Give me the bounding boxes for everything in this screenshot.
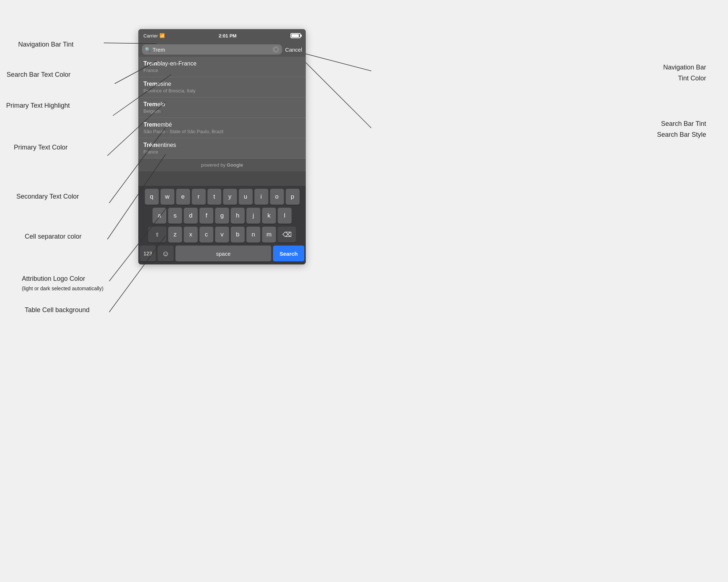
key-v[interactable]: v xyxy=(215,227,229,243)
key-j[interactable]: j xyxy=(246,208,260,224)
result-secondary-5: France xyxy=(143,149,301,155)
attribution-text: powered by xyxy=(201,162,227,168)
results-list: Tremblay-en-France France Tremosine Prov… xyxy=(138,57,306,158)
status-time: 2:01 PM xyxy=(219,33,237,39)
label-nav-bar-tint-color2: Tint Color xyxy=(678,75,706,82)
result-highlight-4: Trem xyxy=(143,121,157,128)
key-w[interactable]: w xyxy=(161,189,174,205)
label-search-bar-tint: Search Bar Tint xyxy=(661,120,706,128)
result-highlight-2: Trem xyxy=(143,81,157,87)
result-item-3[interactable]: Tremelo Belgium xyxy=(138,97,306,118)
keyboard-row-1: q w e r t y u i o p xyxy=(140,189,304,205)
result-secondary-1: France xyxy=(143,68,301,73)
label-table-cell-background: Table Cell background xyxy=(25,306,90,314)
key-e[interactable]: e xyxy=(176,189,190,205)
key-d[interactable]: d xyxy=(184,208,198,224)
result-item-1[interactable]: Tremblay-en-France France xyxy=(138,57,306,77)
result-primary-1: Tremblay-en-France xyxy=(143,60,301,67)
key-b[interactable]: b xyxy=(231,227,245,243)
search-bar: 🔍 Trem ✕ Cancel xyxy=(138,42,306,57)
key-g[interactable]: g xyxy=(215,208,229,224)
table-bg-area xyxy=(138,171,306,186)
label-nav-bar-tint-color: Navigation Bar xyxy=(663,64,706,71)
svg-line-8 xyxy=(306,54,371,71)
key-shift[interactable]: ⇧ xyxy=(148,227,166,243)
result-primary-3: Tremelo xyxy=(143,101,301,108)
label-primary-text-highlight: Primary Text Highlight xyxy=(6,102,70,109)
key-i[interactable]: i xyxy=(254,189,268,205)
cancel-button[interactable]: Cancel xyxy=(285,47,302,53)
result-item-5[interactable]: Trémentines France xyxy=(138,138,306,158)
attribution-bar: powered by Google xyxy=(138,158,306,171)
phone-screen: Carrier 📶 2:01 PM 🔍 Trem ✕ Cancel Trembl… xyxy=(138,29,306,264)
battery-indicator xyxy=(290,33,301,38)
key-c[interactable]: c xyxy=(199,227,213,243)
keyboard: q w e r t y u i o p a s d f g h j k l xyxy=(138,186,306,264)
search-clear-button[interactable]: ✕ xyxy=(273,46,279,53)
label-primary-text-color: Primary Text Color xyxy=(14,144,68,151)
result-highlight-5: Trém xyxy=(143,142,157,148)
key-h[interactable]: h xyxy=(231,208,245,224)
label-cell-separator-color: Cell separator color xyxy=(25,233,82,240)
key-l[interactable]: l xyxy=(278,208,292,224)
key-r[interactable]: r xyxy=(192,189,206,205)
label-nav-bar-tint: Navigation Bar Tint xyxy=(18,41,74,48)
key-space[interactable]: space xyxy=(175,246,271,262)
result-primary-5: Trémentines xyxy=(143,142,301,148)
label-search-bar-style: Search Bar Style xyxy=(657,131,706,139)
keyboard-row-3: ⇧ z x c v b n m ⌫ xyxy=(140,227,304,243)
key-emoji[interactable]: ☺ xyxy=(158,246,174,262)
key-x[interactable]: x xyxy=(184,227,198,243)
phone-wrapper: Carrier 📶 2:01 PM 🔍 Trem ✕ Cancel Trembl… xyxy=(138,29,306,264)
key-o[interactable]: o xyxy=(270,189,284,205)
label-attribution-logo-color: Attribution Logo Color xyxy=(22,275,85,283)
search-input-text[interactable]: Trem xyxy=(153,47,271,53)
key-y[interactable]: y xyxy=(223,189,237,205)
search-input-wrapper[interactable]: 🔍 Trem ✕ xyxy=(142,44,282,55)
result-suffix-4: embé xyxy=(157,121,172,128)
carrier-label: Carrier 📶 xyxy=(143,33,165,39)
result-secondary-2: Province of Brescia, Italy xyxy=(143,88,301,93)
key-u[interactable]: u xyxy=(239,189,253,205)
keyboard-row-2: a s d f g h j k l xyxy=(140,208,304,224)
key-k[interactable]: k xyxy=(262,208,276,224)
annotation-overlay xyxy=(0,0,728,582)
key-m[interactable]: m xyxy=(262,227,276,243)
key-t[interactable]: t xyxy=(207,189,221,205)
result-primary-2: Tremosine xyxy=(143,81,301,87)
svg-line-9 xyxy=(306,63,371,128)
key-n[interactable]: n xyxy=(246,227,260,243)
status-bar: Carrier 📶 2:01 PM xyxy=(138,29,306,42)
label-search-bar-text-color: Search Bar Text Color xyxy=(7,71,71,79)
search-icon: 🔍 xyxy=(145,47,151,52)
key-s[interactable]: s xyxy=(168,208,182,224)
keyboard-row-4: 123 ☺ space Search xyxy=(140,246,304,262)
result-suffix-1: blay-en-France xyxy=(157,60,197,67)
result-suffix-3: elo xyxy=(157,101,165,107)
key-a[interactable]: a xyxy=(153,208,166,224)
attribution-brand: Google xyxy=(227,162,243,168)
key-p[interactable]: p xyxy=(286,189,300,205)
key-z[interactable]: z xyxy=(168,227,182,243)
key-search[interactable]: Search xyxy=(273,246,304,262)
result-item-2[interactable]: Tremosine Province of Brescia, Italy xyxy=(138,77,306,97)
label-secondary-text-color: Secondary Text Color xyxy=(16,193,79,200)
result-item-4[interactable]: Tremembé São Paulo - State of São Paulo,… xyxy=(138,118,306,138)
label-attribution-logo-sub: (light or dark selected automatically) xyxy=(22,286,103,291)
key-q[interactable]: q xyxy=(145,189,159,205)
result-suffix-5: entines xyxy=(157,142,176,148)
result-suffix-2: osine xyxy=(157,81,171,87)
result-primary-4: Tremembé xyxy=(143,121,301,128)
key-f[interactable]: f xyxy=(199,208,213,224)
wifi-icon: 📶 xyxy=(159,33,165,38)
result-secondary-3: Belgium xyxy=(143,108,301,114)
result-secondary-4: São Paulo - State of São Paulo, Brazil xyxy=(143,129,301,134)
key-123[interactable]: 123 xyxy=(140,246,156,262)
result-highlight-3: Trem xyxy=(143,101,157,107)
key-backspace[interactable]: ⌫ xyxy=(278,227,296,243)
result-highlight-1: Trem xyxy=(143,60,157,67)
